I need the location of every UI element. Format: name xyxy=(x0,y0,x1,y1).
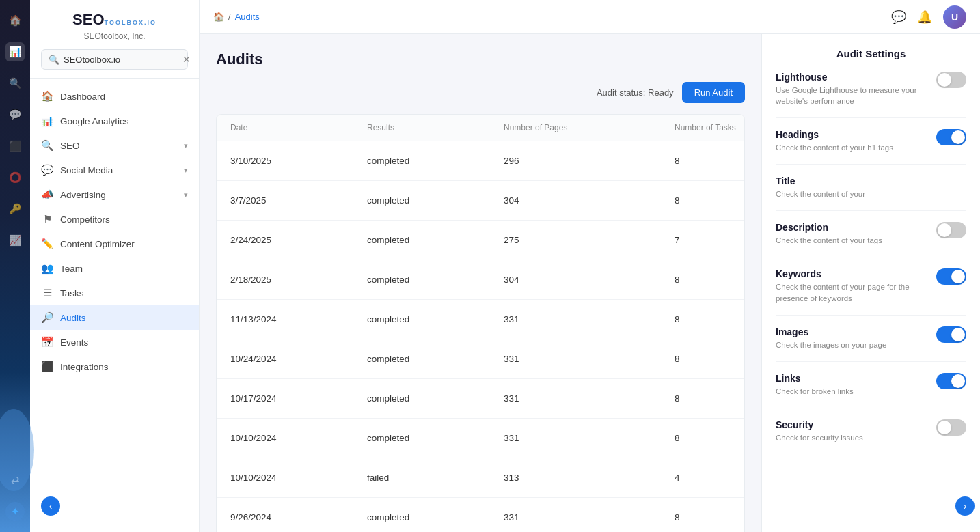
sidebar-item-events[interactable]: 📅 Events xyxy=(30,330,199,354)
rail-magic-icon[interactable]: ✦ xyxy=(5,502,25,521)
rail-key-icon[interactable]: 🔑 xyxy=(5,199,25,219)
setting-item-description: Description Check the content of your ta… xyxy=(776,222,966,257)
search-icon: 🔍 xyxy=(49,55,59,65)
sidebar-item-audits[interactable]: 🔎 Audits xyxy=(30,305,199,330)
sidebar-item-label: SEO xyxy=(60,141,80,151)
search-box[interactable]: 🔍 ✕ xyxy=(41,49,188,70)
setting-name: Keywords xyxy=(776,268,928,279)
cell-results: completed xyxy=(367,195,504,206)
cell-results: completed xyxy=(367,512,504,522)
home-icon[interactable]: 🏠 xyxy=(213,12,224,22)
cell-pages: 331 xyxy=(504,512,675,522)
main-area: 🏠 / Audits 💬 🔔 U Audits Audit status: Re… xyxy=(200,0,980,532)
cell-tasks: 8 xyxy=(675,314,745,324)
sidebar-item-competitors[interactable]: ⚑ Competitors xyxy=(30,207,199,232)
google-analytics-icon: 📊 xyxy=(41,115,53,127)
cell-tasks: 8 xyxy=(675,156,745,166)
seo-icon: 🔍 xyxy=(41,139,53,152)
cell-tasks: 8 xyxy=(675,354,745,364)
audits-icon: 🔎 xyxy=(41,311,53,324)
cell-results: completed xyxy=(367,354,504,364)
rail-grid-icon[interactable]: ⬛ xyxy=(5,137,25,156)
table-row: 10/17/2024 completed 331 8 Details xyxy=(217,379,744,419)
toggle-keywords[interactable] xyxy=(936,268,966,285)
cell-tasks: 7 xyxy=(675,235,745,245)
sidebar-item-label: Advertising xyxy=(60,190,106,200)
sidebar-item-content-optimizer[interactable]: ✏️ Content Optimizer xyxy=(30,232,199,256)
rail-chart-icon[interactable]: 📈 xyxy=(5,231,25,250)
audit-toolbar: Audit status: Ready Run Audit xyxy=(216,82,745,103)
cell-tasks: 8 xyxy=(675,195,745,206)
sidebar-item-dashboard[interactable]: 🏠 Dashboard xyxy=(30,84,199,109)
team-icon: 👥 xyxy=(41,262,53,275)
toggle-description[interactable] xyxy=(936,222,966,238)
table-row: 2/24/2025 completed 275 7 Details xyxy=(217,221,744,260)
table-row: 10/10/2024 failed 313 4 Details xyxy=(217,458,744,498)
cell-pages: 313 xyxy=(504,473,675,483)
toggle-links[interactable] xyxy=(936,373,966,389)
cell-pages: 331 xyxy=(504,433,675,443)
cell-date: 11/13/2024 xyxy=(230,314,367,324)
cell-tasks: 4 xyxy=(675,473,745,483)
sidebar-item-social-media[interactable]: 💬 Social Media ▾ xyxy=(30,158,199,182)
toggle-images[interactable] xyxy=(936,326,966,343)
sidebar-item-label: Google Analytics xyxy=(60,116,129,126)
setting-info: Images Check the images on your page xyxy=(776,326,928,350)
avatar[interactable]: U xyxy=(943,5,966,29)
cell-tasks: 8 xyxy=(675,275,745,285)
bell-icon[interactable]: 🔔 xyxy=(917,10,932,25)
settings-list: Lighthouse Use Google Lighthouse to meas… xyxy=(776,72,966,454)
setting-item-lighthouse: Lighthouse Use Google Lighthouse to meas… xyxy=(776,72,966,118)
setting-info: Description Check the content of your ta… xyxy=(776,222,928,246)
setting-item-security: Security Check for security issues xyxy=(776,419,966,454)
sidebar: SEOTOOLBOX.IO SEOtoolbox, Inc. 🔍 ✕ 🏠 Das… xyxy=(30,0,200,532)
rail-social-icon[interactable]: 💬 xyxy=(5,105,25,124)
cell-date: 2/18/2025 xyxy=(230,275,367,285)
dashboard-icon: 🏠 xyxy=(41,90,53,102)
rail-seo-icon[interactable]: 🔍 xyxy=(5,74,25,93)
sidebar-item-integrations[interactable]: ⬛ Integrations xyxy=(30,354,199,379)
cell-date: 3/10/2025 xyxy=(230,156,367,166)
cell-results: completed xyxy=(367,433,504,443)
sidebar-item-label: Content Optimizer xyxy=(60,239,135,249)
chevron-icon: ▾ xyxy=(184,191,188,199)
scroll-left-button[interactable]: ‹ xyxy=(41,496,60,516)
rail-circle-icon[interactable]: ⭕ xyxy=(5,168,25,187)
rail-home-icon[interactable]: 🏠 xyxy=(5,11,25,30)
sidebar-item-tasks[interactable]: ☰ Tasks xyxy=(30,281,199,305)
setting-name: Title xyxy=(776,176,966,186)
cell-date: 10/24/2024 xyxy=(230,354,367,364)
setting-name: Description xyxy=(776,222,928,233)
setting-desc: Check the images on your page xyxy=(776,339,928,350)
tasks-icon: ☰ xyxy=(41,287,53,299)
search-input[interactable] xyxy=(64,55,178,65)
cell-pages: 331 xyxy=(504,314,675,324)
toggle-headings[interactable] xyxy=(936,129,966,145)
sidebar-item-google-analytics[interactable]: 📊 Google Analytics xyxy=(30,109,199,133)
content-area: Audits Audit status: Ready Run Audit Dat… xyxy=(200,34,980,532)
breadcrumb-separator: / xyxy=(228,12,231,22)
col-tasks: Number of Tasks xyxy=(675,123,745,132)
run-audit-button[interactable]: Run Audit xyxy=(682,82,745,103)
sidebar-item-team[interactable]: 👥 Team xyxy=(30,256,199,281)
col-date: Date xyxy=(230,123,367,132)
sidebar-item-label: Audits xyxy=(60,313,86,323)
cell-results: completed xyxy=(367,275,504,285)
topbar-right: 💬 🔔 U xyxy=(891,5,966,29)
cell-pages: 304 xyxy=(504,275,675,285)
scroll-right-button[interactable]: › xyxy=(955,496,975,516)
sidebar-item-label: Events xyxy=(60,337,88,348)
cell-tasks: 8 xyxy=(675,393,745,404)
toggle-security[interactable] xyxy=(936,419,966,436)
sidebar-item-seo[interactable]: 🔍 SEO ▾ xyxy=(30,133,199,158)
setting-item-links: Links Check for broken links xyxy=(776,373,966,408)
rail-analytics-icon[interactable]: 📊 xyxy=(5,42,25,61)
chat-icon[interactable]: 💬 xyxy=(891,10,906,25)
setting-item-title: Title Check the content of your tags</di… xyxy=(776,176,966,211)
sidebar-item-advertising[interactable]: 📣 Advertising ▾ xyxy=(30,182,199,207)
setting-desc: Check the content of your h1 tags xyxy=(776,142,928,153)
cell-date: 10/10/2024 xyxy=(230,433,367,443)
advertising-icon: 📣 xyxy=(41,188,53,201)
toggle-lighthouse[interactable] xyxy=(936,72,966,88)
clear-icon[interactable]: ✕ xyxy=(182,54,191,65)
